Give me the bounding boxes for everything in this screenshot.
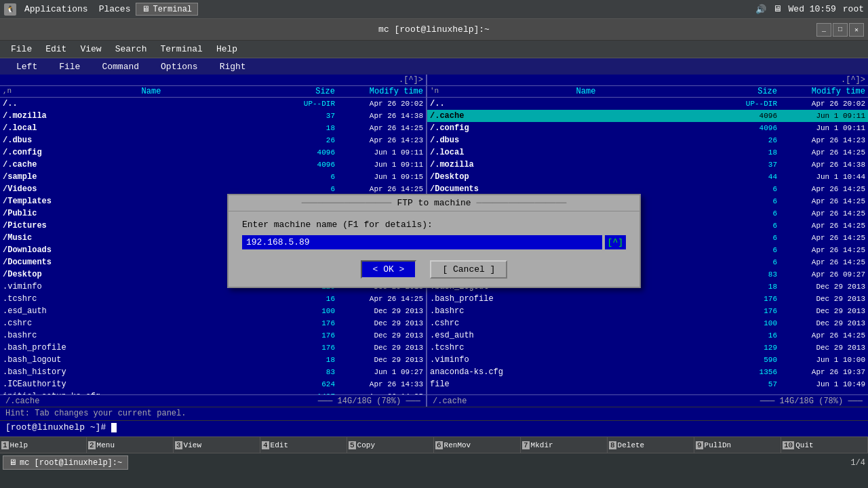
- taskbar-terminal-label: mc [root@linuxhelp]:~: [20, 458, 122, 468]
- fn-num-10: 10: [783, 441, 794, 449]
- ftp-label: Enter machine name (F1 for details):: [242, 220, 626, 230]
- cmd-cursor: [111, 423, 117, 432]
- fn-label-3: View: [184, 441, 201, 449]
- fn-key-7[interactable]: 7 Mkdir: [521, 437, 608, 453]
- window-title: mc [root@linuxhelp]:~: [378, 24, 490, 35]
- mc-menu-right[interactable]: Right: [209, 62, 257, 72]
- taskbar-terminal-item[interactable]: 🖥 mc [root@linuxhelp]:~: [3, 455, 128, 470]
- menu-bar: File Edit View Search Terminal Help: [0, 41, 868, 58]
- fn-label-4: Edit: [271, 441, 288, 449]
- maximize-button[interactable]: □: [833, 23, 848, 37]
- fn-num-3: 3: [175, 441, 182, 449]
- fn-num-2: 2: [88, 441, 96, 449]
- cmd-prompt: [root@linuxhelp ~]#: [5, 422, 111, 432]
- ftp-dialog-buttons: < OK > [ Cancel ]: [242, 260, 626, 279]
- ftp-input-row: [^]: [242, 235, 626, 249]
- system-bar-right: 🔊 🖥 Wed 10:59 root: [755, 4, 864, 15]
- fn-label-7: Mkdir: [531, 441, 553, 449]
- command-bar[interactable]: [root@linuxhelp ~]#: [0, 420, 868, 436]
- ftp-dialog-title: FTP to machine: [229, 195, 639, 211]
- menu-search[interactable]: Search: [108, 43, 154, 56]
- fn-num-9: 9: [696, 441, 703, 449]
- hint-text: Hint: Tab changes your current panel.: [5, 409, 186, 418]
- fn-label-8: Delete: [618, 441, 645, 449]
- fn-keys-bar: 1 Help 2 Menu 3 View 4 Edit 5 Copy 6 Ren…: [0, 436, 868, 453]
- title-bar: mc [root@linuxhelp]:~ _ □ ✕: [0, 19, 868, 41]
- fn-key-10[interactable]: 10 Quit: [781, 437, 868, 453]
- fn-key-6[interactable]: 6 RenMov: [434, 437, 521, 453]
- mc-main-content: .[^]> ,n Name Size Modify time /.. UP--D…: [0, 75, 868, 407]
- menu-edit[interactable]: Edit: [39, 43, 73, 56]
- menu-file[interactable]: File: [4, 43, 39, 56]
- fn-key-9[interactable]: 9 PullDn: [694, 437, 781, 453]
- fn-num-8: 8: [609, 441, 616, 449]
- menu-view[interactable]: View: [73, 43, 108, 56]
- mc-menu-left[interactable]: Left: [5, 62, 48, 72]
- fn-label-1: Help: [10, 441, 28, 449]
- terminal-tab-label: Terminal: [153, 5, 192, 14]
- fn-num-6: 6: [435, 441, 443, 449]
- ftp-title-text: FTP to machine: [397, 198, 471, 208]
- minimize-button[interactable]: _: [816, 23, 831, 37]
- fn-num-4: 4: [262, 441, 269, 449]
- ftp-input-indicator: [^]: [605, 235, 626, 249]
- datetime-display: Wed 10:59: [789, 4, 836, 14]
- taskbar-page-info: 1/4: [850, 458, 865, 468]
- mc-menu-options[interactable]: Options: [150, 62, 209, 72]
- ftp-dialog-overlay: FTP to machine Enter machine name (F1 fo…: [0, 75, 868, 407]
- ftp-machine-input[interactable]: [242, 235, 602, 249]
- fn-key-2[interactable]: 2 Menu: [87, 437, 174, 453]
- fn-key-3[interactable]: 3 View: [174, 437, 260, 453]
- fn-key-8[interactable]: 8 Delete: [608, 437, 694, 453]
- taskbar: 🖥 mc [root@linuxhelp]:~ 1/4: [0, 453, 868, 472]
- fn-key-4[interactable]: 4 Edit: [260, 437, 347, 453]
- fn-key-5[interactable]: 5 Copy: [347, 437, 434, 453]
- fn-label-9: PullDn: [705, 441, 732, 449]
- network-icon: 🖥: [773, 4, 782, 14]
- fn-num-5: 5: [349, 441, 356, 449]
- places-menu[interactable]: Places: [94, 3, 136, 16]
- taskbar-terminal-icon: 🖥: [9, 458, 17, 468]
- mc-menu-command[interactable]: Command: [91, 62, 150, 72]
- applications-menu[interactable]: Applications: [19, 3, 94, 16]
- user-display: root: [843, 4, 864, 14]
- ftp-dialog-body: Enter machine name (F1 for details): [^]…: [229, 211, 639, 287]
- mc-panels-bar: Left File Command Options Right: [0, 58, 868, 75]
- volume-icon: 🔊: [755, 4, 766, 15]
- menu-terminal[interactable]: Terminal: [153, 43, 209, 56]
- ftp-cancel-button[interactable]: [ Cancel ]: [430, 260, 507, 279]
- window-controls: _ □ ✕: [816, 23, 864, 37]
- menu-help[interactable]: Help: [210, 43, 244, 56]
- system-bar: 🐧 Applications Places 🖥 Terminal 🔊 🖥 Wed…: [0, 0, 868, 19]
- page-info-display: 1/4: [850, 458, 865, 468]
- close-button[interactable]: ✕: [849, 23, 864, 37]
- fn-label-10: Quit: [795, 441, 813, 449]
- fn-label-6: RenMov: [444, 441, 471, 449]
- terminal-icon: 🖥: [142, 4, 150, 14]
- terminal-tab[interactable]: 🖥 Terminal: [136, 3, 198, 16]
- os-icon: 🐧: [4, 3, 16, 16]
- fn-num-7: 7: [522, 441, 530, 449]
- ftp-dialog: FTP to machine Enter machine name (F1 fo…: [227, 194, 641, 288]
- fn-key-1[interactable]: 1 Help: [0, 437, 87, 453]
- fn-num-1: 1: [1, 441, 9, 449]
- hint-bar: Hint: Tab changes your current panel.: [0, 407, 868, 420]
- ftp-ok-button[interactable]: < OK >: [361, 260, 417, 279]
- fn-label-2: Menu: [97, 441, 115, 449]
- fn-label-5: Copy: [357, 441, 375, 449]
- mc-menu-file[interactable]: File: [48, 62, 91, 72]
